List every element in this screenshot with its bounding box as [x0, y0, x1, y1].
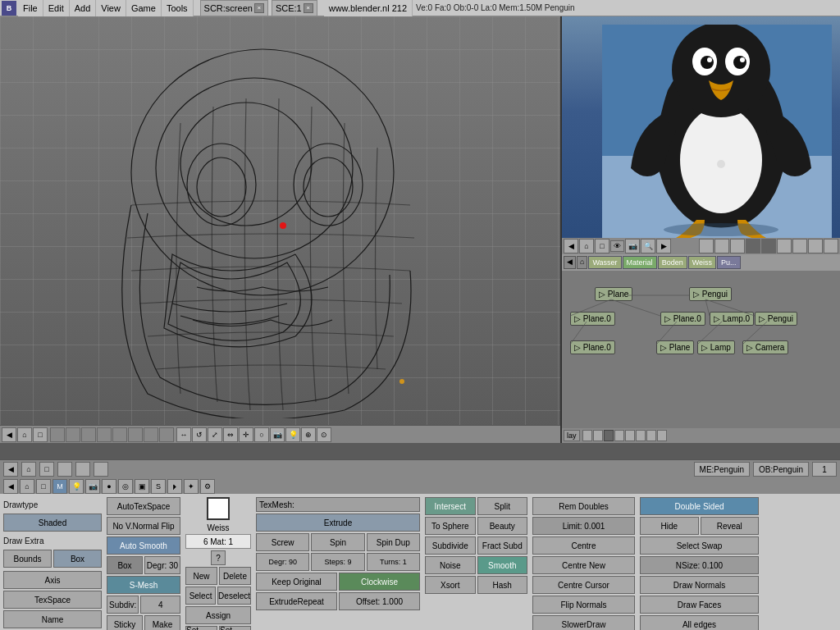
btm-btn3[interactable]: □	[36, 479, 51, 494]
btm-render-icon[interactable]: ▣	[135, 479, 149, 494]
all-edges-btn[interactable]: All edges	[640, 615, 759, 630]
viewport-3d[interactable]: ◀ ⌂ □ ↔ ↺ ⤢ ⇔ ✛ ○ 📷 💡 ⊕ ⊙	[0, 16, 562, 443]
menu-view[interactable]: View	[96, 0, 126, 16]
delete-mat-btn[interactable]: Delete	[219, 567, 251, 585]
menu-game[interactable]: Game	[126, 0, 162, 16]
sticky-make-btn[interactable]: Make	[144, 615, 180, 630]
rp-btn5[interactable]	[761, 239, 776, 253]
node-plane1[interactable]: ▷ Plane	[595, 287, 632, 301]
name-btn[interactable]: Name	[3, 610, 102, 628]
scene-tab-close[interactable]: ×	[304, 3, 313, 13]
centre-btn[interactable]: Centre	[532, 536, 635, 555]
btm-lamp-icon[interactable]: 💡	[69, 479, 84, 494]
scale-btn[interactable]: ⤢	[208, 427, 222, 442]
assign-btn[interactable]: Assign	[185, 606, 251, 624]
rp-btn7[interactable]	[792, 239, 807, 253]
color-swatch[interactable]	[207, 497, 230, 520]
render-zoom[interactable]: 🔍	[641, 239, 655, 253]
fract-subd-btn[interactable]: Fract Subd	[477, 536, 528, 555]
s-mesh-btn[interactable]: S-Mesh	[107, 576, 180, 594]
rp-btn3[interactable]	[730, 239, 745, 253]
subdivide-btn[interactable]: Subdivide	[425, 536, 476, 555]
bounds-value-btn[interactable]: Box	[53, 550, 102, 568]
status-btn5[interactable]	[75, 462, 90, 477]
deselect-mat-btn[interactable]: Deselect	[217, 587, 251, 605]
rotate-btn[interactable]: ↺	[192, 427, 207, 442]
obj-btn[interactable]: ○	[254, 427, 269, 442]
view-btn[interactable]: ◀	[2, 427, 16, 442]
status-btn3[interactable]: □	[39, 462, 54, 477]
square-btn[interactable]: □	[33, 427, 48, 442]
beauty-btn[interactable]: Beauty	[477, 517, 528, 535]
btm-part-icon[interactable]: ✦	[184, 479, 199, 494]
select-swap-btn[interactable]: Select Swap	[640, 536, 759, 555]
render-sq[interactable]: □	[595, 239, 609, 253]
node-tb3[interactable]	[604, 430, 614, 441]
spin-dup-btn[interactable]: Spin Dup	[367, 533, 420, 551]
render-view-btn[interactable]: 👁	[610, 240, 624, 252]
hide-btn[interactable]: Hide	[640, 517, 699, 535]
home-btn[interactable]: ⌂	[17, 427, 32, 442]
autotex-btn[interactable]: AutoTexSpace	[107, 497, 180, 515]
node-plane2[interactable]: ▷ Plane.0	[570, 312, 615, 326]
move-btn[interactable]: ↔	[176, 427, 191, 442]
cursor-btn[interactable]: ✛	[239, 427, 253, 442]
menu-file[interactable]: File	[18, 0, 43, 16]
node-home-btn[interactable]: ⌂	[577, 256, 587, 269]
node-lay-btn[interactable]: lay	[564, 430, 580, 441]
rp-btn8[interactable]	[808, 239, 823, 253]
btm-mesh-icon[interactable]: M	[52, 479, 67, 494]
rp-btn1[interactable]	[699, 239, 714, 253]
grid-btn7[interactable]	[144, 427, 158, 442]
subdiv-value[interactable]: 4	[140, 596, 180, 614]
node-lamp1[interactable]: ▷ Lamp.0	[710, 312, 754, 326]
grid-btn6[interactable]	[128, 427, 143, 442]
drawtype-btn[interactable]: Shaded	[3, 514, 102, 532]
clockwise-btn[interactable]: Clockwise	[339, 573, 420, 591]
smooth-btn[interactable]: Smooth	[477, 556, 528, 574]
noise-btn[interactable]: Noise	[425, 556, 476, 574]
btm-btn2[interactable]: ⌂	[20, 479, 34, 494]
draw-faces-btn[interactable]: Draw Faces	[640, 596, 759, 614]
rp-btn9[interactable]	[824, 239, 838, 253]
set-solid-btn[interactable]: Set Solid	[219, 626, 251, 630]
double-sided-btn[interactable]: Double Sided	[640, 497, 759, 515]
lamp-btn[interactable]: 💡	[285, 427, 300, 442]
centre-new-btn[interactable]: Centre New	[532, 556, 635, 574]
extrude-btn[interactable]: Extrude	[256, 514, 420, 532]
btm-world-icon[interactable]: ◎	[118, 479, 133, 494]
xsort-btn[interactable]: Xsort	[425, 576, 476, 594]
snap-btn[interactable]: ⊕	[301, 427, 316, 442]
reveal-btn[interactable]: Reveal	[701, 517, 760, 535]
render-right[interactable]: ▶	[656, 239, 671, 253]
set-smooth-btn[interactable]: Set Smooth	[185, 626, 217, 630]
btm-btn1[interactable]: ◀	[3, 479, 18, 494]
node-tb5[interactable]	[625, 430, 635, 441]
auto-smooth-btn[interactable]: Auto Smooth	[107, 536, 180, 555]
slower-draw-btn[interactable]: SlowerDraw	[532, 615, 635, 630]
render-btn[interactable]: ⊙	[317, 427, 331, 442]
grid-btn4[interactable]	[97, 427, 112, 442]
rp-btn2[interactable]	[714, 239, 729, 253]
node-weiss-btn[interactable]: Weiss	[688, 256, 716, 269]
status-btn2[interactable]: ⌂	[21, 462, 36, 477]
mirror-btn[interactable]: ⇔	[223, 427, 238, 442]
extrude-repeat-btn[interactable]: ExtrudeRepeat	[256, 592, 337, 610]
screen-tab-close[interactable]: ×	[254, 3, 264, 13]
btm-mat-icon[interactable]: ●	[102, 479, 116, 494]
node-plane4[interactable]: ▷ Plane.0	[570, 340, 615, 354]
rp-btn6[interactable]	[777, 239, 792, 253]
flip-normals-btn[interactable]: Flip Normals	[532, 596, 635, 614]
select-mat-btn[interactable]: Select	[185, 587, 216, 605]
node-tb6[interactable]	[636, 430, 646, 441]
texspace-btn[interactable]: TexSpace	[3, 591, 102, 609]
draw-normals-btn[interactable]: Draw Normals	[640, 576, 759, 594]
axis-btn[interactable]: Axis	[3, 571, 102, 589]
rem-doubles-btn[interactable]: Rem Doubles	[532, 497, 635, 515]
status-btn4[interactable]	[57, 462, 72, 477]
node-plane3[interactable]: ▷ Plane.0	[660, 312, 705, 326]
btm-phys-icon[interactable]: ⚙	[200, 479, 215, 494]
split-btn[interactable]: Split	[477, 497, 528, 515]
node-lamp2[interactable]: ▷ Lamp	[697, 340, 735, 354]
question-btn[interactable]: ?	[211, 550, 226, 565]
